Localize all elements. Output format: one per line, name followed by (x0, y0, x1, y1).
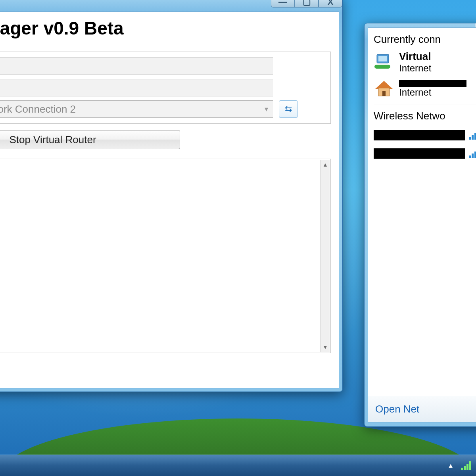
minimize-button[interactable]: — (271, 0, 295, 8)
peer-host: nome.net (0, 166, 326, 180)
home-network-icon (374, 79, 394, 98)
network-item-name: Virtual (399, 50, 431, 63)
shared-connection-value: Vireless Network Connection 2 (0, 103, 76, 115)
refresh-button[interactable]: ⇆ (279, 100, 298, 118)
signal-strength-icon (469, 131, 476, 140)
close-button[interactable]: X (319, 0, 342, 8)
svg-rect-2 (374, 65, 390, 69)
wifi-network-row[interactable] (374, 130, 476, 140)
maximize-icon: ▢ (303, 0, 311, 7)
redacted-ssid (374, 130, 465, 140)
peer-host: et (0, 198, 326, 211)
scroll-down-icon[interactable]: ▼ (321, 342, 330, 352)
maximize-button[interactable]: ▢ (295, 0, 319, 8)
svg-rect-1 (378, 56, 387, 61)
app-heading: uter Manager v0.9 Beta (0, 12, 339, 43)
minimize-icon: — (278, 0, 287, 7)
svg-rect-5 (382, 91, 386, 96)
wifi-network-row[interactable] (374, 148, 476, 159)
flyout-client: Currently conn Virtual Internet Internet (368, 27, 476, 422)
flyout-header: Currently conn (374, 33, 476, 46)
wireless-section-label: Wireless Netwo (374, 110, 476, 122)
connected-peers-list: nome.net f0-f0 et 00-8c ▲ ▼ (0, 159, 331, 353)
stop-virtual-router-button[interactable]: Stop Virtual Router (0, 130, 180, 149)
network-item[interactable]: Virtual Internet (374, 50, 476, 74)
window-client: uter Manager v0.9 Beta irtualRouter hare… (0, 12, 339, 388)
stop-button-label: Stop Virtual Router (9, 134, 96, 146)
network-adapter-icon (374, 53, 394, 72)
signal-strength-icon (469, 149, 476, 158)
peer-item[interactable]: et 00-8c (0, 196, 330, 228)
network-flyout-window: ▢ X Currently conn Virtual Internet (364, 23, 476, 427)
network-item[interactable]: Internet (374, 79, 476, 98)
redacted-ssid (374, 148, 465, 159)
peer-mac: f0-f0 (0, 180, 326, 191)
password-input[interactable]: hareWiFi (0, 79, 273, 96)
ssid-input[interactable]: irtualRouter (0, 58, 273, 75)
tray-overflow-arrow[interactable]: ▲ (447, 462, 454, 469)
network-item-sub: Internet (399, 63, 431, 74)
close-icon: X (328, 0, 334, 7)
open-network-label: Open Net (375, 403, 419, 415)
peer-mac: 00-8c (0, 211, 326, 223)
virtual-router-window: Beta — ▢ X uter Manager v0.9 Beta irtual… (0, 0, 343, 392)
shared-connection-dropdown[interactable]: Vireless Network Connection 2 (0, 100, 273, 118)
tray-network-icon[interactable] (461, 461, 471, 470)
network-item-sub: Internet (399, 87, 466, 98)
peer-item[interactable]: nome.net f0-f0 (0, 165, 330, 196)
network-item-name (399, 80, 466, 87)
divider (374, 104, 476, 104)
settings-panel: irtualRouter hareWiFi Vireless Network C… (0, 52, 331, 124)
peers-scrollbar[interactable]: ▲ ▼ (320, 160, 330, 352)
refresh-icon: ⇆ (285, 104, 292, 114)
svg-marker-3 (375, 81, 393, 89)
taskbar: ▲ (0, 455, 476, 476)
open-network-center-link[interactable]: Open Net (368, 396, 476, 422)
scroll-up-icon[interactable]: ▲ (321, 160, 330, 169)
